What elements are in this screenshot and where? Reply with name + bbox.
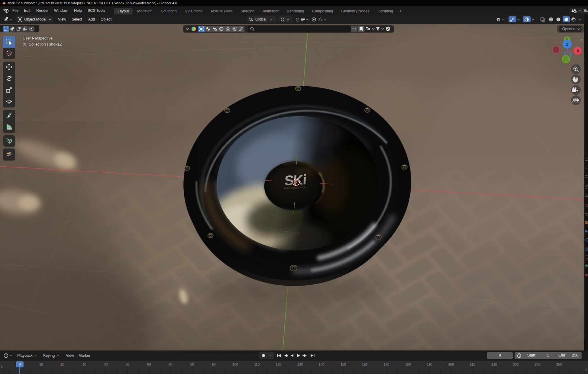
svg-text:X: X xyxy=(577,49,579,53)
svg-text:Z: Z xyxy=(566,42,568,46)
